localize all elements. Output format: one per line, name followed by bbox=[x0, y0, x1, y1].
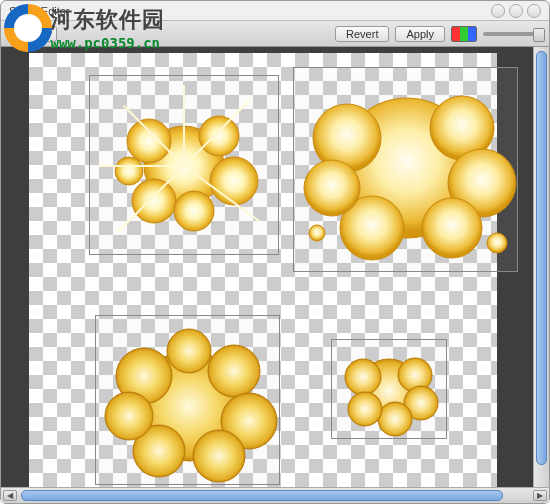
maximize-icon[interactable] bbox=[509, 4, 523, 18]
window-title: Sprite Editor bbox=[9, 5, 541, 17]
sprite-viewport[interactable] bbox=[1, 47, 533, 487]
horizontal-scrollbar[interactable]: ◀ ▶ bbox=[1, 487, 549, 503]
titlebar: Sprite Editor bbox=[1, 1, 549, 21]
svg-point-29 bbox=[167, 329, 211, 373]
close-icon[interactable] bbox=[527, 4, 541, 18]
svg-point-5 bbox=[174, 191, 214, 231]
sprite-canvas[interactable] bbox=[29, 53, 497, 487]
minimize-icon[interactable] bbox=[491, 4, 505, 18]
svg-point-4 bbox=[132, 179, 176, 223]
explosion-sprite-4 bbox=[325, 333, 453, 445]
toolbar: Slice Revert Apply bbox=[1, 21, 549, 47]
apply-button[interactable]: Apply bbox=[395, 26, 445, 42]
svg-point-24 bbox=[208, 345, 260, 397]
scroll-left-icon[interactable]: ◀ bbox=[3, 490, 17, 501]
vertical-scrollbar[interactable] bbox=[533, 47, 549, 487]
rgb-channels-button[interactable] bbox=[451, 26, 477, 42]
window-controls bbox=[491, 4, 541, 18]
svg-point-1 bbox=[127, 119, 171, 163]
svg-point-35 bbox=[348, 392, 382, 426]
revert-button[interactable]: Revert bbox=[335, 26, 389, 42]
svg-point-28 bbox=[105, 392, 153, 440]
content-area bbox=[1, 47, 549, 487]
svg-point-3 bbox=[210, 157, 258, 205]
explosion-sprite-3 bbox=[89, 311, 284, 487]
svg-point-34 bbox=[378, 402, 412, 436]
explosion-sprite-2 bbox=[287, 63, 522, 278]
alpha-slider[interactable] bbox=[483, 32, 543, 36]
scroll-right-icon[interactable]: ▶ bbox=[533, 490, 547, 501]
svg-point-19 bbox=[304, 160, 360, 216]
explosion-sprite-1 bbox=[84, 71, 284, 261]
scrollbar-thumb[interactable] bbox=[536, 51, 547, 465]
svg-point-20 bbox=[487, 233, 507, 253]
svg-point-17 bbox=[422, 198, 482, 258]
svg-point-21 bbox=[309, 225, 325, 241]
slice-dropdown[interactable]: Slice bbox=[7, 26, 57, 42]
sprite-editor-window: Sprite Editor Slice Revert Apply bbox=[0, 0, 550, 504]
scrollbar-thumb[interactable] bbox=[21, 490, 503, 501]
svg-point-6 bbox=[115, 157, 143, 185]
svg-point-31 bbox=[345, 359, 381, 395]
svg-point-2 bbox=[199, 116, 239, 156]
svg-point-26 bbox=[193, 430, 245, 482]
